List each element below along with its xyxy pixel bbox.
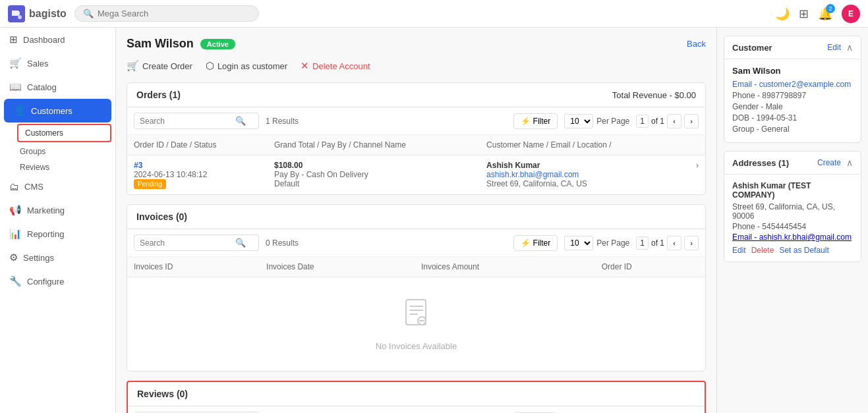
orders-page-current: 1 bbox=[636, 115, 649, 128]
search-icon: 🔍 bbox=[83, 9, 94, 18]
addresses-collapse-button[interactable]: ∧ bbox=[846, 157, 853, 168]
orders-section-header: Orders (1) Total Revenue - $0.00 bbox=[127, 83, 705, 107]
right-panel: Customer Edit ∧ Sam Wilson Email - custo… bbox=[716, 28, 868, 413]
sidebar-item-sales[interactable]: 🛒 Sales bbox=[0, 51, 115, 75]
customer-email: Email - customer2@example.com bbox=[732, 80, 853, 89]
order-id-cell: #3 2024-06-13 10:48:12 Pending bbox=[127, 155, 268, 195]
perpage-label: Per Page bbox=[596, 117, 629, 126]
sidebar-label-configure: Configure bbox=[27, 277, 64, 287]
invoices-col-order: Order ID bbox=[595, 257, 705, 277]
orders-results-count: 1 Results bbox=[266, 117, 507, 126]
sales-icon: 🛒 bbox=[9, 57, 22, 69]
back-button[interactable]: Back bbox=[687, 39, 706, 49]
addresses-panel-card: Addresses (1) Create ∧ Ashish Kumar (TES… bbox=[724, 151, 861, 262]
invoices-empty-label: No Invoices Available bbox=[376, 341, 457, 351]
orders-col-action bbox=[682, 135, 705, 155]
address-edit-link[interactable]: Edit bbox=[732, 246, 746, 255]
layout: ⊞ Dashboard 🛒 Sales 📖 Catalog 👤 Customer… bbox=[0, 28, 868, 413]
order-customer-name: Ashish Kumar bbox=[486, 161, 676, 170]
invoices-search-wrap[interactable]: 🔍 bbox=[134, 234, 259, 251]
invoices-page-of: of 1 bbox=[651, 238, 664, 248]
grid-icon[interactable]: ⊞ bbox=[799, 7, 809, 21]
filter-icon: ⚡ bbox=[521, 117, 531, 126]
addresses-create-link[interactable]: Create bbox=[817, 158, 841, 167]
customer-dob: DOB - 1994-05-31 bbox=[732, 113, 853, 123]
reviews-section: Reviews (0) 🔍 0 Results ⚡ Filter 10 bbox=[127, 381, 706, 413]
sidebar-item-customers[interactable]: 👤 Customers bbox=[4, 99, 111, 123]
topbar-right: 🌙 ⊞ 🔔 2 E bbox=[775, 5, 860, 23]
delete-account-label: Delete Account bbox=[312, 61, 370, 71]
login-as-customer-button[interactable]: ⬡ Login as customer bbox=[206, 60, 287, 72]
empty-invoices-icon bbox=[401, 297, 432, 335]
settings-icon: ⚙ bbox=[9, 252, 18, 263]
orders-prev-page[interactable]: ‹ bbox=[667, 114, 681, 128]
address-delete-link[interactable]: Delete bbox=[751, 246, 774, 255]
invoices-empty-state: No Invoices Available bbox=[127, 277, 705, 371]
address-email-link[interactable]: Email - ashish.kr.bhai@gmail.com bbox=[732, 233, 852, 242]
invoices-perpage-label: Per Page bbox=[596, 238, 629, 248]
invoices-perpage-select[interactable]: 10 25 bbox=[564, 236, 593, 250]
sidebar-item-settings[interactable]: ⚙ Settings bbox=[0, 246, 115, 269]
invoices-page-nav: 1 of 1 ‹ › bbox=[636, 236, 699, 250]
avatar[interactable]: E bbox=[842, 5, 860, 23]
create-order-button[interactable]: 🛒 Create Order bbox=[127, 60, 192, 72]
moon-icon[interactable]: 🌙 bbox=[775, 7, 790, 21]
filter-icon-invoices: ⚡ bbox=[521, 238, 531, 248]
customer-email-link[interactable]: Email - customer2@example.com bbox=[732, 80, 851, 89]
customers-icon: 👤 bbox=[13, 105, 26, 117]
reporting-icon: 📊 bbox=[9, 228, 22, 240]
toolbar: 🛒 Create Order ⬡ Login as customer ✕ Del… bbox=[127, 60, 706, 72]
sidebar-item-marketing[interactable]: 📢 Marketing bbox=[0, 198, 115, 222]
sidebar-sub-item-reviews[interactable]: Reviews bbox=[13, 159, 115, 175]
orders-perpage-select[interactable]: 10 25 50 bbox=[564, 114, 593, 128]
sidebar-sub-item-groups[interactable]: Groups bbox=[13, 144, 115, 159]
search-bar[interactable]: 🔍 bbox=[74, 5, 259, 22]
sidebar-item-reporting[interactable]: 📊 Reporting bbox=[0, 222, 115, 246]
orders-col-total: Grand Total / Pay By / Channel Name bbox=[268, 135, 480, 155]
invoices-search-input[interactable] bbox=[140, 238, 232, 248]
orders-title: Orders (1) bbox=[136, 90, 181, 100]
table-row: #3 2024-06-13 10:48:12 Pending $108.00 P… bbox=[127, 155, 705, 195]
orders-col-id: Order ID / Date / Status bbox=[127, 135, 268, 155]
addresses-panel-title: Addresses (1) bbox=[732, 158, 789, 168]
order-pay-by: Pay By - Cash On Delivery bbox=[274, 170, 473, 179]
customer-edit-link[interactable]: Edit bbox=[827, 43, 841, 52]
sidebar-item-cms[interactable]: 🗂 CMS bbox=[0, 175, 115, 198]
invoices-perpage: 10 25 Per Page bbox=[564, 236, 629, 250]
sidebar-item-dashboard[interactable]: ⊞ Dashboard bbox=[0, 28, 115, 51]
sidebar-item-catalog[interactable]: 📖 Catalog bbox=[0, 75, 115, 99]
order-action-cell[interactable]: › bbox=[682, 155, 705, 195]
search-input[interactable] bbox=[98, 9, 243, 18]
orders-search-input[interactable] bbox=[140, 117, 232, 126]
orders-page-of: of 1 bbox=[651, 117, 664, 126]
invoices-prev-page[interactable]: ‹ bbox=[667, 236, 681, 250]
customer-panel-header: Customer Edit ∧ bbox=[724, 36, 861, 59]
customer-collapse-button[interactable]: ∧ bbox=[846, 42, 853, 53]
page-title: Sam Wilson bbox=[127, 37, 194, 51]
sidebar-label-customers: Customers bbox=[31, 106, 72, 116]
sidebar-label-reporting: Reporting bbox=[27, 229, 64, 239]
customer-name: Sam Wilson bbox=[732, 66, 853, 76]
sidebar: ⊞ Dashboard 🛒 Sales 📖 Catalog 👤 Customer… bbox=[0, 28, 116, 413]
notifications[interactable]: 🔔 2 bbox=[818, 7, 832, 21]
orders-search-wrap[interactable]: 🔍 bbox=[134, 113, 259, 129]
invoices-section-header: Invoices (0) bbox=[127, 205, 705, 229]
invoices-filter-button[interactable]: ⚡ Filter bbox=[513, 235, 558, 251]
main-content: Sam Wilson Active Back 🛒 Create Order ⬡ … bbox=[116, 28, 716, 413]
reviews-filter-row: 🔍 0 Results ⚡ Filter 10 25 Per Page bbox=[128, 406, 705, 413]
order-location: Street 69, California, CA, US bbox=[486, 179, 676, 188]
address-set-default-link[interactable]: Set as Default bbox=[779, 246, 828, 255]
invoices-results-count: 0 Results bbox=[266, 238, 507, 248]
orders-filter-button[interactable]: ⚡ Filter bbox=[513, 113, 558, 129]
search-icon-invoices: 🔍 bbox=[235, 238, 246, 248]
orders-section: Orders (1) Total Revenue - $0.00 🔍 1 Res… bbox=[127, 82, 706, 195]
customer-group: Group - General bbox=[732, 124, 853, 134]
order-date: 2024-06-13 10:48:12 bbox=[134, 170, 261, 179]
sidebar-item-configure[interactable]: 🔧 Configure bbox=[0, 269, 115, 293]
invoices-next-page[interactable]: › bbox=[684, 236, 699, 250]
sidebar-sub-item-customers[interactable]: Customers bbox=[17, 124, 111, 142]
address-line: Street 69, California, CA, US, 90006 bbox=[732, 202, 853, 221]
delete-account-button[interactable]: ✕ Delete Account bbox=[301, 60, 370, 72]
page-header-left: Sam Wilson Active bbox=[127, 37, 235, 51]
orders-next-page[interactable]: › bbox=[684, 114, 699, 128]
